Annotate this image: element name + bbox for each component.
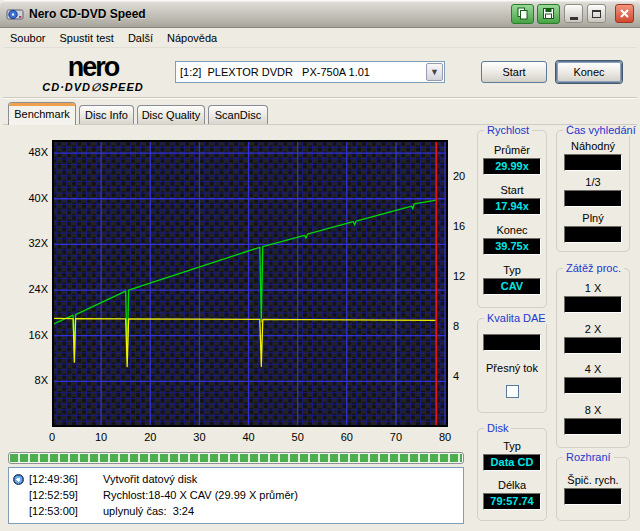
save-icon <box>542 7 555 20</box>
app-icon <box>6 5 24 23</box>
zatez-2x-value <box>564 337 622 354</box>
log-row: [12:49:36] Vytvořit datový disk <box>13 471 461 487</box>
nero-logo: nero CD·DVD∅SPEED <box>28 54 158 93</box>
start-value: 17.94x <box>483 198 541 215</box>
konec-label: Konec <box>496 224 527 236</box>
group-kvalita-dae: Kvalita DAE Přesný tok <box>477 318 547 413</box>
log-text: Rychlost:18-40 X CAV (29.99 X průměr) <box>91 489 298 501</box>
window-title: Nero CD-DVD Speed <box>29 7 146 21</box>
menu-napoveda[interactable]: Nápověda <box>160 30 224 46</box>
start-button[interactable]: Start <box>481 61 547 83</box>
axis-tick-label: 8X <box>14 374 48 386</box>
maximize-button[interactable] <box>587 4 606 23</box>
tab-scandisc[interactable]: ScanDisc <box>208 105 268 124</box>
menu-spustit-test[interactable]: Spustit test <box>52 30 120 46</box>
spic-rych-value <box>564 488 622 505</box>
save-results-button[interactable] <box>537 4 560 24</box>
zatez-8x-label: 8 X <box>585 404 602 416</box>
zatez-2x-label: 2 X <box>585 323 602 335</box>
axis-tick-label: 10 <box>89 431 113 443</box>
axis-tick-label: 50 <box>286 431 310 443</box>
axis-tick-label: 40 <box>237 431 261 443</box>
tab-disc-info[interactable]: Disc Info <box>79 105 134 124</box>
group-cas-vyhledani-title: Čas vyhledání <box>563 124 639 136</box>
spic-rych-label: Špič. rych. <box>567 474 618 486</box>
log-text: Vytvořit datový disk <box>91 473 197 485</box>
delka-label: Délka <box>498 479 526 491</box>
zatez-8x-value <box>564 418 622 435</box>
menu-dalsi[interactable]: Další <box>121 30 160 46</box>
zatez-1x-label: 1 X <box>585 282 602 294</box>
group-disk-title: Disk <box>484 422 511 434</box>
delka-value: 79:57.74 <box>483 493 541 510</box>
copy-icon <box>516 7 529 20</box>
progress-fill <box>10 454 462 462</box>
zatez-4x-value <box>564 377 622 394</box>
nero-logo-text: nero <box>28 54 158 81</box>
axis-tick-label: 70 <box>384 431 408 443</box>
zatez-1x-value <box>564 296 622 313</box>
dae-value <box>483 334 541 351</box>
axis-tick-label: 16X <box>14 329 48 341</box>
cd-dvd-speed-logo-text: CD·DVD∅SPEED <box>28 82 158 93</box>
cd-disc-icon <box>13 474 24 485</box>
axis-tick-label: 20 <box>138 431 162 443</box>
drive-select[interactable]: [1:2] PLEXTOR DVDR PX-750A 1.01 ▼ <box>175 61 445 83</box>
nahodny-label: Náhodný <box>571 140 615 152</box>
group-rychlost: Rychlost Průměr 29.99x Start 17.94x Kone… <box>477 130 547 308</box>
progress-bar <box>8 452 464 464</box>
log-row: [12:52:59] Rychlost:18-40 X CAV (29.99 X… <box>13 487 461 503</box>
axis-tick-label: 0 <box>40 431 64 443</box>
benchmark-plot <box>52 140 448 427</box>
tretina-value <box>564 190 622 207</box>
presny-tok-checkbox[interactable] <box>506 385 519 398</box>
group-kvalita-dae-title: Kvalita DAE <box>484 312 549 324</box>
log-row: [12:53:00] uplynulý čas: 3:24 <box>13 503 461 519</box>
axis-tick-label: 30 <box>187 431 211 443</box>
copy-graph-button[interactable] <box>511 4 534 24</box>
typ-value: CAV <box>483 278 541 295</box>
close-icon <box>619 8 630 19</box>
axis-tick-label: 16 <box>453 220 479 232</box>
group-disk: Disk Typ Data CD Délka 79:57.74 <box>477 428 547 521</box>
group-rozhrani: Rozhraní Špič. rych. <box>556 457 630 521</box>
prumer-label: Průměr <box>494 144 530 156</box>
prumer-value: 29.99x <box>483 158 541 175</box>
minimize-icon <box>570 17 578 20</box>
minimize-button[interactable] <box>564 4 583 23</box>
maximize-icon <box>592 10 601 18</box>
disk-typ-label: Typ <box>503 440 521 452</box>
tab-benchmark[interactable]: Benchmark <box>8 102 76 125</box>
axis-tick-label: 80 <box>433 431 457 443</box>
tab-disc-quality[interactable]: Disc Quality <box>137 105 205 124</box>
group-rychlost-title: Rychlost <box>484 124 532 136</box>
titlebar: Nero CD-DVD Speed <box>0 0 640 28</box>
disk-typ-value: Data CD <box>483 454 541 471</box>
nahodny-value <box>564 154 622 171</box>
group-zatez-proc-title: Zátěž proc. <box>563 262 624 274</box>
tretina-label: 1/3 <box>585 176 600 188</box>
close-button[interactable] <box>615 4 634 23</box>
log-list[interactable]: [12:49:36] Vytvořit datový disk [12:52:5… <box>8 467 464 524</box>
konec-value: 39.75x <box>483 238 541 255</box>
app-window: Nero CD-DVD Speed <box>0 0 640 531</box>
axis-tick-label: 20 <box>453 170 479 182</box>
plny-value <box>564 226 622 243</box>
chevron-down-icon[interactable]: ▼ <box>426 63 443 81</box>
menu-soubor[interactable]: Soubor <box>3 30 52 46</box>
group-zatez-proc: Zátěž proc. 1 X 2 X 4 X 8 X <box>556 268 630 448</box>
axis-tick-label: 48X <box>14 146 48 158</box>
axis-tick-label: 40X <box>14 192 48 204</box>
axis-tick-label: 60 <box>335 431 359 443</box>
plny-label: Plný <box>582 212 603 224</box>
log-text: uplynulý čas: 3:24 <box>91 505 194 517</box>
toolbar-divider <box>3 97 637 99</box>
menubar: Soubor Spustit test Další Nápověda <box>3 28 637 48</box>
log-time: [12:52:59] <box>29 489 91 501</box>
log-time: [12:49:36] <box>29 473 91 485</box>
konec-button[interactable]: Konec <box>556 61 622 83</box>
group-cas-vyhledani: Čas vyhledání Náhodný 1/3 Plný <box>556 130 630 252</box>
axis-tick-label: 8 <box>453 320 479 332</box>
tab-strip-line <box>3 124 637 125</box>
group-rozhrani-title: Rozhraní <box>563 451 614 463</box>
